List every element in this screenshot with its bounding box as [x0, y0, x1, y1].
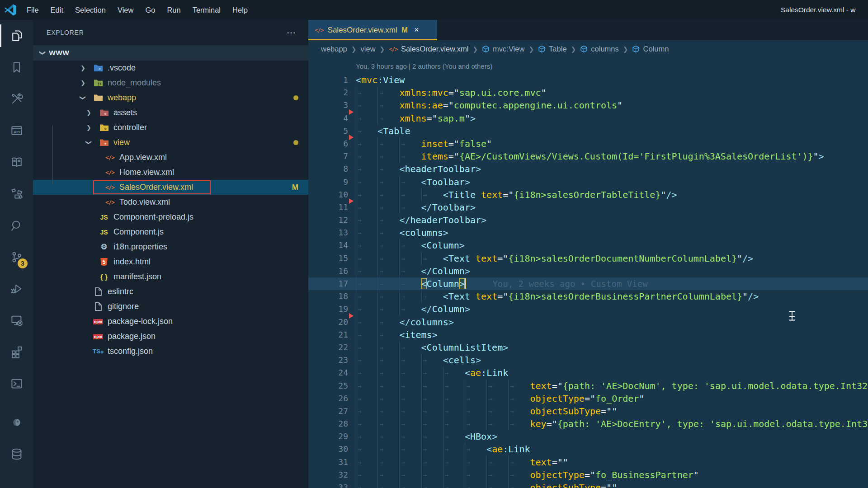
- code-line-14[interactable]: 14→→→<Column>: [308, 239, 868, 252]
- tree-item-home-view-xml[interactable]: </>Home.view.xml: [33, 165, 308, 180]
- code-line-29[interactable]: 29→→→→→<HBox>: [308, 430, 868, 443]
- code-line-12[interactable]: 12→→</headerToolbar>: [308, 214, 868, 226]
- line-number[interactable]: 23: [308, 354, 348, 366]
- book-icon[interactable]: [0, 146, 33, 178]
- git-deleted-marker[interactable]: [349, 135, 354, 140]
- line-number[interactable]: 24: [308, 366, 348, 379]
- menu-help[interactable]: Help: [226, 3, 254, 17]
- code-line-1[interactable]: 1<mvc:View: [308, 74, 868, 86]
- code-line-22[interactable]: 22→→→<ColumnListItem>: [308, 341, 868, 354]
- line-number[interactable]: 26: [308, 392, 348, 405]
- breadcrumb-salesorder-view-xml[interactable]: </>SalesOrder.view.xml: [389, 45, 468, 53]
- git-deleted-marker[interactable]: [349, 109, 354, 115]
- code-area[interactable]: You, 3 hours ago | 2 authors (You and ot…: [308, 58, 868, 488]
- code-text[interactable]: →→→→→<HBox>: [356, 430, 497, 443]
- explorer-icon[interactable]: [0, 20, 33, 52]
- line-number[interactable]: 10: [308, 188, 348, 201]
- tree-item-salesorder-view-xml[interactable]: </>SalesOrder.view.xmlM: [33, 180, 308, 195]
- tree-item-app-view-xml[interactable]: </>App.view.xml: [33, 150, 308, 165]
- tree-item-index-html[interactable]: 5index.html: [33, 254, 308, 269]
- tree-item-i18n-properties[interactable]: ⚙i18n.properties: [33, 239, 308, 254]
- code-line-30[interactable]: 30→→→→→→<ae:Link: [308, 443, 868, 455]
- tree-item-tsconfig-json[interactable]: TS⚙tsconfig.json: [33, 344, 308, 359]
- code-text[interactable]: →→→→→→→→key="{path: 'AE>DocEntry', type:…: [356, 418, 868, 430]
- code-line-9[interactable]: 9→→→<Toolbar>: [308, 176, 868, 188]
- code-text[interactable]: →→→items="{AE>/CustomViews/Views.Custom(…: [356, 150, 824, 163]
- code-text[interactable]: →→→→→→→→objectSubType="": [356, 405, 617, 418]
- line-number[interactable]: 19: [308, 303, 348, 315]
- code-line-3[interactable]: 3→→xmlns:ae="computec.appengine.ui.contr…: [308, 99, 868, 112]
- line-number[interactable]: 4: [308, 112, 348, 125]
- line-number[interactable]: 21: [308, 328, 348, 341]
- code-line-33[interactable]: 33→→→→→→→→objectSubType="": [308, 481, 868, 488]
- code-text[interactable]: →→→→→→→→objectType="fo_Order": [356, 392, 644, 405]
- explorer-actions-icon[interactable]: ⋯: [287, 27, 297, 38]
- code-text[interactable]: →<Table: [356, 125, 410, 137]
- line-number[interactable]: 31: [308, 456, 348, 469]
- line-number[interactable]: 9: [308, 176, 348, 188]
- close-icon[interactable]: ×: [414, 25, 419, 35]
- code-text[interactable]: →→→→→→→→objectType="fo_BusinessPartner": [356, 469, 699, 481]
- ungroup-icon[interactable]: [0, 178, 33, 210]
- code-text[interactable]: →→→→<Text text="{i18n>salesOrderDocument…: [356, 252, 753, 265]
- menu-selection[interactable]: Selection: [69, 3, 112, 17]
- breadcrumb-webapp[interactable]: webapp: [321, 45, 347, 53]
- code-line-27[interactable]: 27→→→→→→→→objectSubType="": [308, 405, 868, 418]
- bookmark-icon[interactable]: [0, 52, 33, 83]
- tree-item-todo-view-xml[interactable]: </>Todo.view.xml: [33, 195, 308, 210]
- code-text[interactable]: →→→<Column>: [356, 239, 465, 252]
- code-text[interactable]: →→→→→<ae:Link: [356, 366, 508, 379]
- code-line-24[interactable]: 24→→→→→<ae:Link: [308, 366, 868, 379]
- breadcrumb-mvc-view[interactable]: mvc:View: [482, 45, 524, 53]
- line-number[interactable]: 1: [308, 74, 348, 86]
- code-text[interactable]: →→→→→→→→objectSubType="": [356, 481, 617, 488]
- code-text[interactable]: →→</headerToolbar>: [356, 214, 486, 226]
- tree-item-component-preload-js[interactable]: JSComponent-preload.js: [33, 210, 308, 225]
- tree-item-eslintrc[interactable]: eslintrc: [33, 284, 308, 299]
- database-icon[interactable]: [0, 438, 33, 470]
- code-text[interactable]: →→→<Column>You, 2 weeks ago • Custom Vie…: [356, 277, 648, 290]
- code-line-26[interactable]: 26→→→→→→→→objectType="fo_Order": [308, 392, 868, 405]
- breadcrumb-columns[interactable]: columns: [580, 45, 618, 53]
- code-text[interactable]: →→→→<cells>: [356, 354, 481, 366]
- line-number[interactable]: 16: [308, 265, 348, 277]
- code-line-6[interactable]: 6→→→inset="false": [308, 137, 868, 150]
- line-number[interactable]: 3: [308, 99, 348, 112]
- tree-item-controller[interactable]: ❯⚙controller: [33, 120, 308, 135]
- tree-item--vscode[interactable]: ❯<.vscode: [33, 61, 308, 75]
- git-deleted-marker[interactable]: [349, 313, 354, 319]
- code-line-11[interactable]: 11→→→</Toolbar>: [308, 201, 868, 214]
- code-text[interactable]: →→<items>: [356, 328, 438, 341]
- line-number[interactable]: 29: [308, 430, 348, 443]
- git-deleted-marker[interactable]: [349, 198, 354, 204]
- line-number[interactable]: 14: [308, 239, 348, 252]
- code-line-13[interactable]: 13→→<columns>: [308, 226, 868, 239]
- tree-item-node-modules[interactable]: ❯jsnode_modules: [33, 75, 308, 90]
- line-number[interactable]: 2: [308, 86, 348, 99]
- code-text[interactable]: →→→→<Text text="{i18n>salesOrderBusiness…: [356, 290, 759, 303]
- code-line-15[interactable]: 15→→→→<Text text="{i18n>salesOrderDocume…: [308, 252, 868, 265]
- search-icon[interactable]: [0, 210, 33, 241]
- code-line-21[interactable]: 21→→<items>: [308, 328, 868, 341]
- line-number[interactable]: 5: [308, 125, 348, 137]
- tree-item-package-lock-json[interactable]: npmpackage-lock.json: [33, 314, 308, 329]
- extensions-icon[interactable]: [0, 336, 33, 368]
- line-number[interactable]: 15: [308, 252, 348, 265]
- code-text[interactable]: →→→</Column>: [356, 265, 470, 277]
- tab-salesorder-view-xml[interactable]: </> SalesOrder.view.xml M ×: [308, 20, 437, 40]
- code-text[interactable]: →→xmlns:ae="computec.appengine.ui.contro…: [356, 99, 623, 112]
- menu-terminal[interactable]: Terminal: [187, 3, 226, 17]
- line-number[interactable]: 13: [308, 226, 348, 239]
- breadcrumb-column[interactable]: Column: [632, 45, 669, 53]
- line-number[interactable]: 28: [308, 418, 348, 430]
- tools-icon[interactable]: [0, 83, 33, 115]
- code-text[interactable]: →→xmlns:mvc="sap.ui.core.mvc": [356, 86, 547, 99]
- menu-edit[interactable]: Edit: [45, 3, 69, 17]
- code-line-28[interactable]: 28→→→→→→→→key="{path: 'AE>DocEntry', typ…: [308, 418, 868, 430]
- api-icon[interactable]: API: [0, 115, 33, 146]
- line-number[interactable]: 27: [308, 405, 348, 418]
- breadcrumb-table[interactable]: Table: [538, 45, 566, 53]
- line-number[interactable]: 18: [308, 290, 348, 303]
- menu-view[interactable]: View: [112, 3, 139, 17]
- code-line-7[interactable]: 7→→→items="{AE>/CustomViews/Views.Custom…: [308, 150, 868, 163]
